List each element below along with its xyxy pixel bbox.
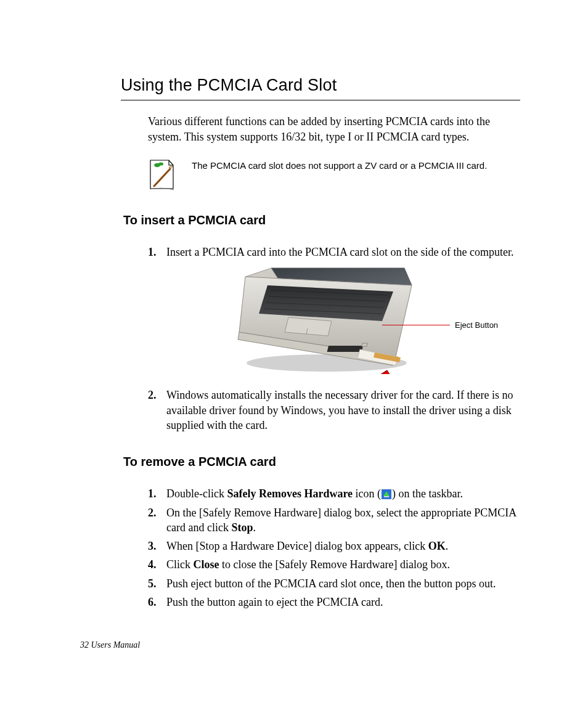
insert-step-2: 2. Windows automatically installs the ne… xyxy=(148,388,520,433)
step-number: 5. xyxy=(148,576,157,591)
remove-step-5: 5. Push eject button of the PCMCIA card … xyxy=(148,576,520,591)
remove-step-2: 2. On the [Safely Remove Hardware] dialo… xyxy=(148,505,520,536)
insert-step-1: 1. Insert a PCMCIA card into the PCMCIA … xyxy=(148,245,520,379)
bold-term: Stop xyxy=(231,521,253,534)
note-icon xyxy=(148,158,176,194)
step-text: Push the button again to eject the PCMCI… xyxy=(166,596,383,608)
step-text-part: . xyxy=(253,521,256,534)
bold-term: Safely Removes Hardware xyxy=(227,487,353,500)
step-text-part: Click xyxy=(166,558,194,571)
step-number: 2. xyxy=(148,388,157,402)
step-number: 1. xyxy=(148,486,157,501)
step-number: 6. xyxy=(148,595,157,609)
step-text-part: . xyxy=(446,540,449,552)
step-text-part: to close the [Safely Remove Hardware] di… xyxy=(219,558,450,571)
svg-rect-8 xyxy=(327,346,363,352)
svg-rect-11 xyxy=(384,496,389,497)
intro-paragraph: Various different functions can be added… xyxy=(148,114,520,144)
bold-term: OK xyxy=(428,540,446,552)
callout-label: Eject Button xyxy=(455,320,498,331)
step-text-part: ) on the taskbar. xyxy=(392,487,463,500)
remove-step-1: 1. Double-click Safely Removes Hardware … xyxy=(148,486,520,501)
remove-step-4: 4. Click Close to close the [Safely Remo… xyxy=(148,557,520,572)
remove-step-3: 3. When [Stop a Hardware Device] dialog … xyxy=(148,539,520,553)
heading-remove: To remove a PCMCIA card xyxy=(123,454,520,470)
step-text-part: When [Stop a Hardware Device] dialog box… xyxy=(166,540,428,552)
callout-line xyxy=(382,325,450,325)
step-text: Windows automatically installs the neces… xyxy=(166,389,513,431)
taskbar-hardware-icon xyxy=(382,488,391,498)
step-number: 1. xyxy=(148,245,157,259)
note-block: The PCMCIA card slot does not support a … xyxy=(148,158,520,194)
note-text: The PCMCIA card slot does not support a … xyxy=(192,158,487,172)
heading-insert: To insert a PCMCIA card xyxy=(123,212,520,229)
manual-page: Using the PCMCIA Card Slot Various diffe… xyxy=(0,0,588,713)
step-text-part: Double-click xyxy=(166,487,227,500)
step-number: 2. xyxy=(148,505,157,520)
step-text: Push eject button of the PCMCIA card slo… xyxy=(166,577,496,590)
step-number: 3. xyxy=(148,539,157,553)
figure-insert: Eject Button xyxy=(148,264,502,379)
step-text: Insert a PCMCIA card into the PCMCIA car… xyxy=(166,246,513,258)
svg-rect-9 xyxy=(362,343,367,346)
page-title: Using the PCMCIA Card Slot xyxy=(121,74,520,96)
page-footer: 32 Users Manual xyxy=(80,640,140,651)
remove-step-6: 6. Push the button again to eject the PC… xyxy=(148,595,520,609)
insert-steps: 1. Insert a PCMCIA card into the PCMCIA … xyxy=(148,245,520,433)
step-text-part: On the [Safely Remove Hardware] dialog b… xyxy=(166,507,516,534)
step-number: 4. xyxy=(148,557,157,572)
title-rule xyxy=(121,100,520,100)
bold-term: Close xyxy=(194,558,219,571)
remove-steps: 1. Double-click Safely Removes Hardware … xyxy=(148,486,520,609)
step-text-part: icon ( xyxy=(353,487,381,500)
laptop-photo xyxy=(228,264,419,374)
svg-point-1 xyxy=(158,162,163,165)
